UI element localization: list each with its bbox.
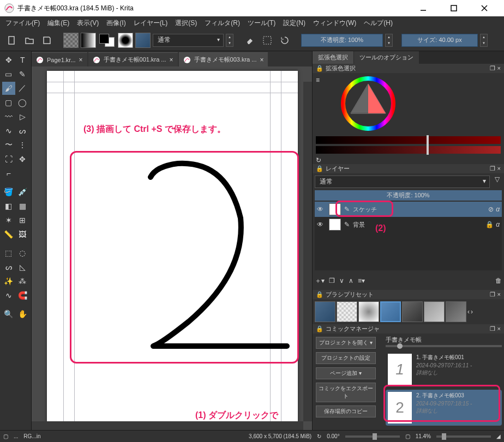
visibility-icon[interactable]: 👁 bbox=[317, 221, 326, 228]
angle-slider[interactable] bbox=[345, 435, 400, 438]
canvas-vscroll[interactable] bbox=[303, 82, 312, 421]
tab-memo001[interactable]: 手書きメモ帳001.kra ... × bbox=[88, 52, 178, 66]
smart-fill-tool[interactable]: ✶ bbox=[2, 214, 15, 227]
menu-layer[interactable]: レイヤー(L) bbox=[130, 17, 171, 29]
tab-page1[interactable]: Page1.kr... × bbox=[32, 52, 87, 66]
freehand-select-tool[interactable]: ᔕ bbox=[2, 261, 15, 274]
magnetic-select-tool[interactable]: 🧲 bbox=[16, 289, 29, 302]
layer-props-button[interactable]: ≡▾ bbox=[358, 277, 365, 284]
move-tool[interactable]: ✥ bbox=[2, 53, 15, 66]
contig-select-tool[interactable]: ✨ bbox=[2, 275, 15, 288]
brush-preset-item[interactable] bbox=[315, 301, 335, 322]
open-project-button[interactable]: プロジェクトを開く ▾ bbox=[316, 337, 376, 349]
tab-adv-color[interactable]: 拡張色選択 bbox=[313, 51, 353, 64]
save-file-button[interactable] bbox=[39, 33, 55, 48]
lock-icon[interactable]: 🔒 bbox=[485, 221, 494, 228]
float-icon[interactable]: ❐ bbox=[490, 291, 495, 298]
menu-image[interactable]: 画像(I) bbox=[103, 17, 129, 29]
gradient-swatch[interactable] bbox=[81, 33, 96, 48]
blend-mode-combo[interactable]: 通常 bbox=[153, 34, 224, 47]
multibrush-tool[interactable]: ⋮ bbox=[16, 138, 29, 152]
calligraphy-tool[interactable]: ✎ bbox=[16, 68, 29, 81]
reference-tool[interactable]: 🖼 bbox=[16, 228, 29, 241]
pattern-swatch[interactable] bbox=[63, 33, 79, 48]
opacity-slider[interactable]: 不透明度: 100% bbox=[301, 34, 383, 47]
shape-edit-tool[interactable]: ▭ bbox=[2, 68, 15, 81]
color-selector-panel[interactable]: ≡ bbox=[313, 73, 504, 134]
move-up-button[interactable]: ∧ bbox=[349, 277, 353, 284]
tab-memo003[interactable]: 手書きメモ帳003.kra ... × bbox=[179, 52, 268, 66]
refresh-icon[interactable]: ↻ bbox=[316, 156, 321, 164]
alpha-icon[interactable]: ⊘ bbox=[488, 205, 494, 213]
menu-edit[interactable]: 編集(E) bbox=[44, 17, 73, 29]
move-down-button[interactable]: ∨ bbox=[339, 277, 344, 284]
comic-page-2[interactable]: 2 2. 手書きメモ帳003 2024-09-29T07:18:15 - 詳細な… bbox=[386, 390, 502, 426]
brush-preset-item[interactable] bbox=[402, 301, 423, 322]
menu-file[interactable]: ファイル(F) bbox=[2, 17, 43, 29]
brush-preset-item[interactable] bbox=[337, 301, 357, 322]
ellipse-tool[interactable]: ◯ bbox=[16, 96, 29, 109]
close-panel-icon[interactable]: × bbox=[497, 165, 501, 172]
menu-window[interactable]: ウィンドウ(W) bbox=[310, 17, 359, 29]
assistant-tool[interactable]: ⊞ bbox=[16, 214, 29, 227]
move-layer-tool[interactable]: ✥ bbox=[16, 153, 29, 166]
color-wheel[interactable] bbox=[335, 76, 401, 131]
status-zoom[interactable]: 11.4% bbox=[416, 433, 431, 439]
nothing-tool[interactable] bbox=[16, 167, 29, 180]
pattern-tool[interactable]: ▦ bbox=[16, 199, 29, 213]
bezier-tool[interactable]: ∿ bbox=[2, 124, 15, 137]
copy-location-button[interactable]: 保存場所のコピー bbox=[316, 405, 376, 417]
float-icon[interactable]: ❐ bbox=[490, 65, 495, 72]
menu-settings[interactable]: 設定(N) bbox=[280, 17, 309, 29]
tab-close-icon[interactable]: × bbox=[79, 56, 83, 64]
menu-icon[interactable]: ≡ bbox=[316, 76, 320, 84]
eraser-button[interactable] bbox=[242, 33, 257, 48]
filter-icon[interactable]: ▽ bbox=[492, 175, 502, 188]
layer-blend-combo[interactable]: 通常 bbox=[315, 175, 490, 188]
float-icon[interactable]: ❐ bbox=[490, 325, 495, 332]
rect-tool[interactable]: ▢ bbox=[2, 96, 15, 109]
comic-page-1[interactable]: 1 1. 手書きメモ帳001 2024-09-29T07:16:11 - 詳細な… bbox=[386, 352, 502, 387]
poly-select-tool[interactable]: ◺ bbox=[16, 261, 29, 274]
alpha-lock-button[interactable] bbox=[260, 33, 275, 48]
line-tool[interactable]: ／ bbox=[16, 82, 29, 95]
bezier-select-tool[interactable]: ∿ bbox=[2, 289, 15, 302]
fill-tool[interactable]: 🪣 bbox=[2, 185, 15, 198]
tab-close-icon[interactable]: × bbox=[260, 56, 263, 64]
ellipse-select-tool[interactable]: ◌ bbox=[16, 246, 29, 259]
project-settings-button[interactable]: プロジェクトの設定 bbox=[316, 352, 376, 364]
zoom-tool[interactable]: 🔍 bbox=[2, 307, 15, 320]
status-more[interactable]: ... bbox=[14, 433, 18, 439]
opacity-stepper[interactable]: ▲▼ bbox=[385, 34, 393, 47]
brush-preset-item[interactable] bbox=[380, 301, 401, 322]
size-slider[interactable]: サイズ: 40.00 px bbox=[401, 34, 478, 47]
layer-row-sketch[interactable]: 👁 ✎ スケッチ ⊘α bbox=[315, 202, 502, 217]
transform-tool[interactable]: ⛶ bbox=[2, 153, 15, 166]
grip-icon[interactable]: ◢ bbox=[496, 433, 501, 439]
text-tool[interactable]: T bbox=[16, 53, 29, 66]
close-panel-icon[interactable]: × bbox=[497, 325, 501, 332]
blend-stepper[interactable]: ▲▼ bbox=[226, 34, 233, 47]
close-panel-icon[interactable]: × bbox=[497, 65, 501, 72]
scroll-right-icon[interactable]: › bbox=[471, 308, 473, 316]
delete-layer-button[interactable]: 🗑 bbox=[495, 277, 502, 284]
measure-tool[interactable]: 📏 bbox=[2, 228, 15, 241]
color-swatch-pair[interactable] bbox=[98, 33, 116, 48]
similar-select-tool[interactable]: ⁂ bbox=[16, 275, 29, 288]
menu-tool[interactable]: ツール(T) bbox=[244, 17, 279, 29]
close-button[interactable] bbox=[473, 2, 495, 15]
size-stepper[interactable]: ▲▼ bbox=[480, 34, 488, 47]
reload-brush-button[interactable] bbox=[277, 33, 292, 48]
duplicate-layer-button[interactable]: ❐ bbox=[329, 277, 335, 284]
maximize-button[interactable] bbox=[443, 2, 465, 15]
zoom-fit-button[interactable]: ▢ bbox=[405, 433, 410, 439]
comic-zoom-slider[interactable] bbox=[386, 345, 502, 347]
visibility-icon[interactable]: 👁 bbox=[317, 205, 326, 213]
layer-opacity-slider[interactable]: 不透明度: 100% bbox=[315, 190, 502, 201]
menu-select[interactable]: 選択(S) bbox=[172, 17, 200, 29]
export-comic-button[interactable]: コミックをエクスポート bbox=[316, 383, 376, 402]
brush-preset-item[interactable] bbox=[424, 301, 445, 322]
status-icon[interactable]: ▢ bbox=[3, 433, 8, 439]
close-panel-icon[interactable]: × bbox=[497, 291, 501, 298]
brush-tip-thumb[interactable] bbox=[118, 33, 133, 48]
